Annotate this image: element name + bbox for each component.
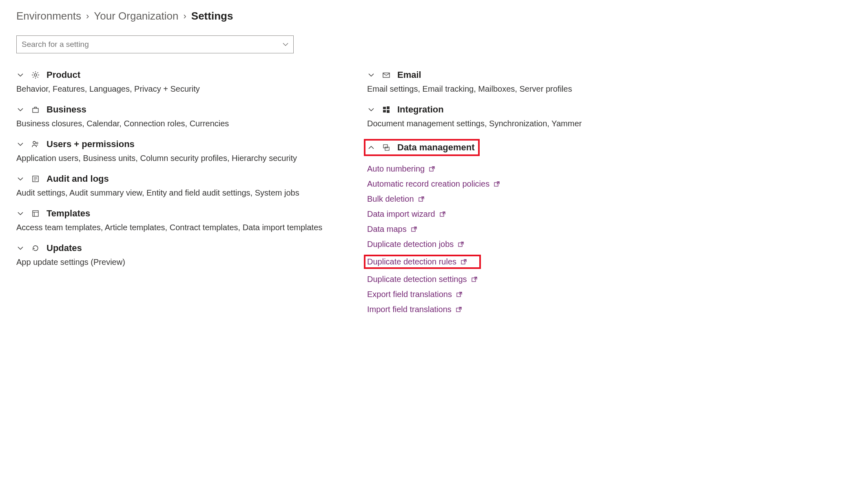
gear-icon [31,70,40,79]
breadcrumb: Environments › Your Organization › Setti… [16,10,852,22]
category-title: Business [46,104,86,115]
chevron-down-icon [367,72,375,78]
category-business: Business Business closures, Calendar, Co… [16,104,351,128]
category-description: Behavior, Features, Languages, Privacy +… [16,84,351,94]
chevron-down-icon [16,141,24,148]
chevron-down-icon [16,245,24,251]
link-bulk-deletion[interactable]: Bulk deletion [367,194,852,204]
category-header-product[interactable]: Product [16,70,351,80]
category-description: Application users, Business units, Colum… [16,154,351,163]
chevron-down-icon [16,72,24,78]
category-title: Product [46,70,80,80]
link-export-field-translations[interactable]: Export field translations [367,290,852,299]
svg-rect-5 [33,211,38,216]
category-title: Templates [46,208,90,219]
link-duplicate-detection-settings[interactable]: Duplicate detection settings [367,275,852,284]
category-templates: Templates Access team templates, Article… [16,208,351,232]
svg-rect-1 [33,108,38,112]
category-header-email[interactable]: Email [367,70,852,80]
svg-rect-8 [387,106,390,109]
svg-rect-7 [383,107,386,109]
svg-rect-21 [457,293,461,297]
breadcrumb-environments[interactable]: Environments [16,10,81,22]
chevron-down-icon [16,176,24,182]
external-link-icon [439,211,446,218]
category-title: Email [397,70,421,80]
category-description: Audit settings, Audit summary view, Enti… [16,188,351,198]
link-auto-numbering[interactable]: Auto numbering [367,164,852,174]
svg-rect-9 [383,110,386,112]
external-link-icon [471,276,478,283]
category-title: Data management [397,142,475,153]
svg-rect-16 [440,213,444,216]
external-link-icon [411,226,417,233]
briefcase-icon [31,105,40,114]
settings-left-column: Product Behavior, Features, Languages, P… [16,70,351,325]
windows-icon [382,105,391,114]
chevron-up-icon [367,144,375,151]
link-data-maps[interactable]: Data maps [367,225,852,234]
svg-point-3 [36,142,38,144]
category-description: Access team templates, Article templates… [16,223,351,232]
database-icon [382,143,391,152]
chevron-right-icon: › [183,11,186,22]
refresh-icon [31,244,40,253]
link-duplicate-detection-jobs[interactable]: Duplicate detection jobs [367,240,852,249]
mail-icon [382,70,391,79]
settings-right-column: Email Email settings, Email tracking, Ma… [367,70,852,325]
svg-point-0 [34,74,37,76]
external-link-icon [456,291,463,298]
breadcrumb-organization[interactable]: Your Organization [94,10,178,22]
svg-rect-10 [387,110,390,113]
category-updates: Updates App update settings (Preview) [16,243,351,267]
svg-rect-12 [385,147,389,150]
svg-rect-18 [458,243,462,247]
chevron-down-icon [16,210,24,217]
category-description: Business closures, Calendar, Connection … [16,119,351,128]
search-combobox[interactable] [16,35,294,53]
category-title: Users + permissions [46,139,135,150]
template-icon [31,209,40,218]
link-import-field-translations[interactable]: Import field translations [367,305,852,314]
svg-rect-17 [412,228,415,231]
category-description: Document management settings, Synchroniz… [367,119,852,128]
svg-rect-15 [419,198,423,201]
category-header-data-management[interactable]: Data management [364,139,480,156]
link-automatic-record-creation[interactable]: Automatic record creation policies [367,179,852,189]
link-duplicate-detection-rules[interactable]: Duplicate detection rules [364,255,481,269]
external-link-icon [429,166,435,172]
category-header-users[interactable]: Users + permissions [16,139,351,150]
category-title: Audit and logs [46,174,109,184]
external-link-icon [461,259,467,265]
external-link-icon [494,181,500,187]
svg-rect-20 [472,278,476,282]
chevron-right-icon: › [86,11,89,22]
people-icon [31,140,40,149]
category-audit: Audit and logs Audit settings, Audit sum… [16,174,351,198]
category-product: Product Behavior, Features, Languages, P… [16,70,351,94]
external-link-icon [458,241,464,248]
link-data-import-wizard[interactable]: Data import wizard [367,209,852,219]
svg-rect-19 [461,260,465,264]
category-description: App update settings (Preview) [16,258,351,267]
category-users-permissions: Users + permissions Application users, B… [16,139,351,163]
category-header-templates[interactable]: Templates [16,208,351,219]
data-management-links: Auto numbering Automatic record creation… [367,164,852,314]
breadcrumb-current: Settings [191,10,233,22]
category-header-audit[interactable]: Audit and logs [16,174,351,184]
category-header-updates[interactable]: Updates [16,243,351,253]
list-icon [31,174,40,183]
external-link-icon [456,306,462,313]
category-header-integration[interactable]: Integration [367,104,852,115]
chevron-down-icon [367,106,375,113]
category-data-management: Data management Auto numbering Automatic… [367,139,852,314]
external-link-icon [418,196,425,203]
category-description: Email settings, Email tracking, Mailboxe… [367,84,852,94]
chevron-down-icon [16,106,24,113]
category-integration: Integration Document management settings… [367,104,852,128]
category-header-business[interactable]: Business [16,104,351,115]
svg-rect-13 [430,167,433,171]
svg-rect-22 [456,308,460,312]
category-title: Integration [397,104,444,115]
search-input[interactable] [16,35,294,53]
